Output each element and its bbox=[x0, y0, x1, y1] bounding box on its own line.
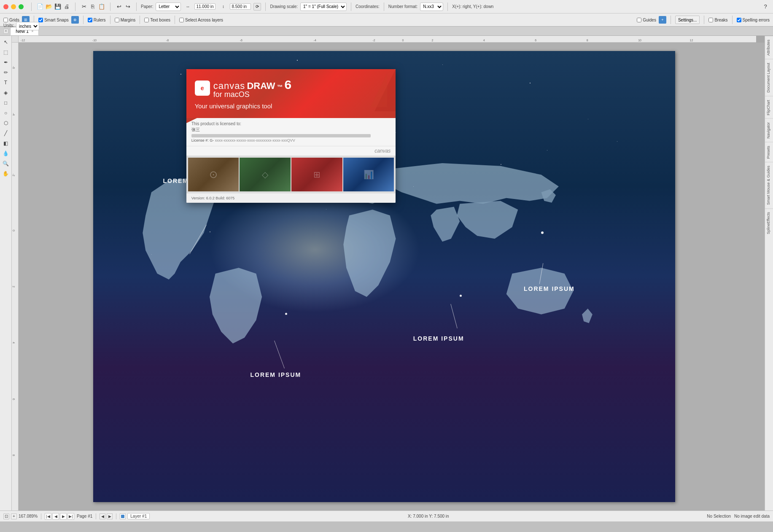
tool-pencil[interactable]: ✏ bbox=[1, 68, 11, 77]
tool-text[interactable]: T bbox=[1, 78, 11, 87]
smart-snaps-checkbox[interactable] bbox=[38, 18, 43, 22]
margins-checkbox[interactable] bbox=[115, 18, 119, 22]
close-button[interactable] bbox=[3, 4, 8, 9]
sep-cb2 bbox=[83, 16, 83, 24]
separator8 bbox=[447, 3, 448, 11]
margins-checkbox-group: Margins bbox=[115, 18, 136, 22]
select-across-layers-group: Select Across layers bbox=[179, 18, 223, 22]
page-swap-button[interactable]: ⟳ bbox=[253, 3, 261, 11]
coordinates-label: Coordinates: bbox=[356, 4, 380, 9]
splash-tri-2 bbox=[370, 73, 387, 107]
breaks-label: Breaks bbox=[714, 18, 727, 22]
tool-polygon[interactable]: ⬡ bbox=[1, 118, 11, 128]
sidebar-tab-document-layout[interactable]: Document Layout bbox=[765, 59, 773, 96]
tool-select[interactable]: ⬚ bbox=[1, 48, 11, 57]
splash-license: This product is licensed to: 张三 License … bbox=[186, 118, 396, 146]
spelling-errors-label: Spelling errors bbox=[743, 18, 770, 22]
layer-nav-button2[interactable]: ▶ bbox=[107, 513, 113, 519]
width-value: 11.000 in bbox=[194, 3, 215, 10]
smart-snaps-checkbox-group: Smart Snaps bbox=[38, 18, 69, 22]
guides-checkbox[interactable] bbox=[637, 18, 641, 22]
sidebar-tab-attributes[interactable]: Attributes bbox=[765, 36, 773, 59]
save-icon[interactable]: 💾 bbox=[54, 3, 62, 11]
toolbar-area: 📄 📂 💾 🖨 ✂ ⎘ 📋 ↩ ↪ Paper: Letter ↔ 11.000… bbox=[0, 0, 773, 27]
grids-label: Grids bbox=[9, 18, 19, 22]
spelling-errors-checkbox[interactable] bbox=[737, 18, 741, 22]
status-coordinates: X: 7.000 in Y: 7.500 in bbox=[153, 514, 703, 519]
text-boxes-checkbox[interactable] bbox=[144, 18, 149, 22]
redo-icon[interactable]: ↪ bbox=[124, 3, 132, 11]
splash-thumb-2: ◇ bbox=[240, 158, 291, 191]
layer-nav: ◀ ▶ bbox=[100, 513, 113, 519]
rulers-label: Rulers bbox=[94, 18, 106, 22]
minimize-button[interactable] bbox=[11, 4, 16, 9]
tool-zoom[interactable]: 🔍 bbox=[1, 159, 11, 168]
sidebar-tab-navigator[interactable]: Navigator bbox=[765, 118, 773, 142]
page-prev-button[interactable]: ◀ bbox=[52, 513, 59, 520]
rulers-checkbox[interactable] bbox=[88, 18, 92, 22]
sidebar-tab-smart-mouse[interactable]: Smart Mouse & Guides bbox=[765, 162, 773, 208]
status-bar: ⊡ + 167.089% |◀ ◀ ▶ ▶| Page #1 ◀ ▶ Layer… bbox=[0, 511, 773, 521]
open-icon[interactable]: 📂 bbox=[45, 3, 53, 11]
zoom-in-button[interactable]: + bbox=[11, 513, 17, 519]
tab-close-all-button[interactable]: × bbox=[3, 29, 8, 34]
number-format-select[interactable]: N.xx3 bbox=[420, 3, 443, 11]
copy-icon[interactable]: ⎘ bbox=[89, 3, 97, 11]
layer-visibility-icon[interactable] bbox=[120, 513, 126, 519]
spelling-errors-checkbox-group: Spelling errors bbox=[737, 18, 770, 22]
separator4 bbox=[136, 3, 137, 11]
tool-pen[interactable]: ✒ bbox=[1, 58, 11, 67]
sidebar-tab-presets[interactable]: Presets bbox=[765, 142, 773, 162]
undo-icon[interactable]: ↩ bbox=[115, 3, 123, 11]
sidebar-tab-spline-effects[interactable]: SplineEffects bbox=[765, 208, 773, 237]
layer-nav-button[interactable]: ◀ bbox=[100, 513, 105, 519]
paper-label: Paper: bbox=[141, 4, 153, 9]
canvas-viewport[interactable]: LOREM IPSUM LOREM IPSUM LOREM IPSUM bbox=[19, 43, 765, 511]
cut-icon[interactable]: ✂ bbox=[80, 3, 88, 11]
zoom-level: 167.089% bbox=[19, 514, 38, 519]
tool-arrow[interactable]: ↖ bbox=[1, 38, 11, 47]
splash-screen[interactable]: e canvas DRAW ™ 6 for macOS bbox=[186, 69, 396, 203]
splash-logo: e canvas DRAW ™ 6 for macOS bbox=[195, 78, 388, 99]
settings-button[interactable]: Settings... bbox=[675, 16, 700, 24]
splash-thumb-3: ⊞ bbox=[291, 158, 342, 191]
splash-corner-tri bbox=[186, 118, 197, 123]
separator1 bbox=[31, 3, 32, 11]
tool-shape[interactable]: ◈ bbox=[1, 88, 11, 97]
canvas-area[interactable]: -12 -10 -8 -6 -4 -2 0 2 4 6 8 10 12 -6 -… bbox=[12, 36, 765, 511]
tab-bar: × New 1 × bbox=[0, 27, 773, 36]
margins-label: Margins bbox=[121, 18, 136, 22]
new-icon[interactable]: 📄 bbox=[36, 3, 44, 11]
units-select[interactable]: inches cm mm bbox=[16, 22, 39, 30]
print-icon[interactable]: 🖨 bbox=[62, 3, 71, 11]
sep-cb4 bbox=[140, 16, 140, 24]
help-icon[interactable]: ? bbox=[761, 3, 770, 11]
page-width-icon: ↔ bbox=[183, 3, 192, 11]
drawing-scale-select[interactable]: 1" = 1" (Full Scale) bbox=[300, 3, 347, 11]
sidebar-tab-flipchart[interactable]: FlipChart bbox=[765, 96, 773, 119]
tool-oval[interactable]: ○ bbox=[1, 108, 11, 118]
zoom-fit-button[interactable]: ⊡ bbox=[3, 513, 9, 519]
paper-select[interactable]: Letter bbox=[156, 3, 181, 11]
maximize-button[interactable] bbox=[19, 4, 24, 9]
tool-line[interactable]: ╱ bbox=[1, 129, 11, 138]
tool-rect[interactable]: □ bbox=[1, 98, 11, 107]
separator3 bbox=[110, 3, 110, 11]
sep-cb5 bbox=[175, 16, 175, 24]
page-next-button[interactable]: ▶ bbox=[60, 513, 67, 520]
map-label-2: LOREM IPSUM bbox=[413, 335, 464, 342]
grids-checkbox[interactable] bbox=[3, 18, 8, 22]
page-first-button[interactable]: |◀ bbox=[45, 513, 51, 520]
tool-fill[interactable]: ◧ bbox=[1, 139, 11, 148]
separator2 bbox=[75, 3, 75, 11]
tool-hand[interactable]: ✋ bbox=[1, 169, 11, 178]
tool-eyedropper[interactable]: 💧 bbox=[1, 149, 11, 158]
breaks-checkbox[interactable] bbox=[708, 18, 713, 22]
ruler-vertical: -6 -4 -2 0 2 4 6 8 bbox=[12, 43, 19, 511]
sep-status3 bbox=[116, 513, 116, 519]
splash-tagline: Your universal graphics tool bbox=[195, 102, 388, 110]
paste-icon[interactable]: 📋 bbox=[97, 3, 106, 11]
select-across-layers-checkbox[interactable] bbox=[179, 18, 184, 22]
right-toolbar-icons: ? bbox=[761, 3, 770, 11]
page-last-button[interactable]: ▶| bbox=[67, 513, 74, 520]
